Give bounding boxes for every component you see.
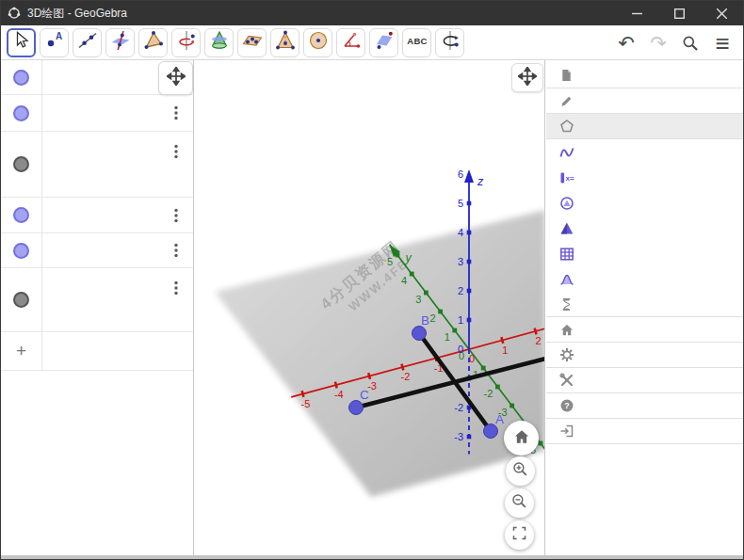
search-icon (679, 34, 702, 53)
visibility-toggle[interactable] (13, 70, 29, 86)
hamburger-menu-icon: ≡ (711, 31, 734, 56)
algebra-panel-drag-handle[interactable] (158, 61, 193, 95)
svg-text:4: 4 (458, 227, 463, 238)
probability-icon (558, 271, 574, 287)
tool-line[interactable] (73, 28, 102, 57)
zoom-in-icon (511, 460, 529, 482)
algebra-row-B[interactable] (1, 95, 193, 132)
algebra-panel: + (1, 60, 194, 557)
home-icon (512, 427, 531, 450)
point-B[interactable] (412, 327, 427, 341)
undo-icon: ↶ (615, 33, 638, 53)
tool-plane-through-points[interactable] (237, 28, 267, 57)
line-tool-icon (76, 29, 99, 56)
menu-item-signin[interactable] (546, 419, 744, 444)
search-button[interactable] (679, 34, 702, 53)
tool-rotate-around-line[interactable] (171, 28, 201, 57)
row-options-button[interactable] (169, 143, 184, 160)
text-tool-icon: ABC (405, 29, 429, 56)
cone-tool-icon (208, 29, 231, 56)
tool-polygon[interactable] (138, 28, 168, 57)
add-input-icon: + (1, 341, 41, 361)
app-window: 3D绘图 - GeoGebra AABC ↶↷≡ (0, 0, 744, 560)
tool-text[interactable]: ABC (402, 28, 431, 57)
menu-item-table[interactable] (546, 241, 744, 266)
redo-button[interactable]: ↷ (647, 33, 670, 53)
visibility-toggle[interactable] (13, 207, 29, 223)
point-C[interactable] (349, 401, 364, 415)
svg-text:1: 1 (445, 331, 450, 343)
algebra-row-g[interactable] (1, 268, 193, 332)
pencil-icon (558, 93, 574, 109)
visibility-toggle[interactable] (13, 105, 29, 121)
tool-pyramid[interactable] (270, 28, 299, 57)
tool-point[interactable]: A (40, 28, 69, 57)
tool-cone[interactable] (204, 28, 234, 57)
svg-text:ABC: ABC (407, 36, 427, 46)
pyramid-tool-icon (274, 29, 297, 56)
row-options-button[interactable] (169, 280, 184, 296)
zoom-out-button[interactable] (505, 488, 534, 518)
svg-text:-2: -2 (454, 402, 463, 413)
menu-item-gear[interactable] (546, 343, 744, 368)
menu-item-geometry[interactable] (546, 190, 744, 216)
close-button[interactable] (701, 1, 743, 25)
menu-item-cas[interactable]: x= (546, 165, 744, 190)
tool-reflect-about-plane[interactable] (369, 28, 398, 57)
menu-item-help[interactable]: ? (546, 393, 744, 419)
menu-item-graphing[interactable] (546, 139, 744, 165)
svg-text:3: 3 (458, 256, 463, 267)
title-bar: 3D绘图 - GeoGebra (1, 1, 743, 25)
3d-scene[interactable]: 4分贝资源网 WWW.4FB-5-4-3-2-1012543210-1-2-3-… (194, 60, 545, 557)
menu-item-tools[interactable] (546, 368, 744, 393)
visibility-toggle[interactable] (13, 292, 29, 308)
point-tool-icon: A (43, 29, 66, 56)
visibility-toggle[interactable] (13, 243, 29, 259)
svg-text:-5: -5 (301, 398, 311, 409)
svg-text:5: 5 (458, 198, 463, 209)
menu-item-exam[interactable] (546, 292, 744, 317)
graphics-view-drag-handle[interactable] (511, 63, 543, 92)
minimize-button[interactable] (616, 1, 658, 25)
svg-text:-2: -2 (401, 371, 411, 382)
zoom-in-button[interactable] (506, 456, 535, 486)
signin-icon (558, 424, 574, 440)
tool-rotate-3d-view[interactable] (435, 28, 464, 57)
tool-perpendicular-line[interactable] (105, 28, 135, 57)
undo-button[interactable]: ↶ (615, 33, 638, 53)
svg-text:-4: -4 (334, 389, 344, 400)
move-tool-icon (10, 29, 33, 56)
home-button[interactable] (504, 421, 539, 456)
svg-text:A: A (56, 31, 62, 41)
row-options-button[interactable] (169, 233, 184, 267)
tool-move[interactable] (7, 28, 36, 57)
svg-text:5: 5 (387, 256, 393, 267)
visibility-toggle[interactable] (13, 156, 29, 172)
point-label-A: A (495, 412, 504, 426)
window-resize-edge[interactable] (1, 555, 743, 559)
svg-text:-2: -2 (484, 388, 493, 399)
menu-item-probability[interactable] (546, 266, 744, 292)
fullscreen-button[interactable] (505, 520, 534, 550)
menu-item-pencil[interactable] (546, 88, 744, 114)
tool-sphere[interactable] (303, 28, 332, 57)
menu-item-home[interactable] (546, 317, 744, 343)
tool-angle[interactable] (336, 28, 365, 57)
geometry-icon (558, 195, 574, 211)
algebra-row-C[interactable] (1, 198, 193, 233)
rotate-around-line-tool-icon (175, 29, 198, 56)
svg-text:?: ? (564, 401, 570, 410)
maximize-button[interactable] (658, 1, 701, 25)
algebra-row-f[interactable] (1, 132, 193, 198)
algebra-input-row[interactable]: + (1, 332, 193, 371)
move-icon (518, 67, 537, 89)
algebra-row-D[interactable] (1, 233, 193, 268)
row-options-button[interactable] (169, 198, 184, 232)
gear-icon (558, 347, 574, 363)
menu-item-graphing3d[interactable] (546, 216, 744, 241)
menu-button[interactable]: ≡ (711, 31, 734, 56)
row-options-button[interactable] (169, 95, 184, 131)
3d-graphics-view[interactable]: 4分贝资源网 WWW.4FB-5-4-3-2-1012543210-1-2-3-… (194, 60, 545, 557)
menu-item-file[interactable] (546, 63, 744, 88)
menu-item-pentagon[interactable] (546, 114, 744, 139)
